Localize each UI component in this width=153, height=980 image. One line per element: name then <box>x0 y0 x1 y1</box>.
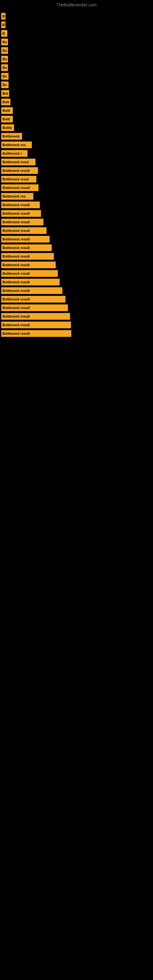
bar-row: Bottleneck result <box>1 279 153 285</box>
bar-item: Bottleneck result <box>1 253 54 260</box>
bar-label: Bo <box>2 83 7 87</box>
bar-item: Bottleneck result <box>1 185 38 191</box>
bar-row: Bottleneck resul <box>1 176 153 183</box>
bar-row: Bottleneck result <box>1 236 153 243</box>
bar-row: Bottleneck result <box>1 321 153 328</box>
bar-label: Bottleneck result <box>2 280 30 284</box>
bar-label: Bo <box>2 57 7 61</box>
bar-row: Bottleneck result <box>1 313 153 320</box>
bar-row: Bottleneck <box>1 133 153 140</box>
bar-item: Bot <box>1 90 9 97</box>
bar-label: Bottleneck result <box>2 323 30 327</box>
bar-label: Bottleneck result <box>2 246 30 250</box>
bar-label: B <box>2 14 5 18</box>
bar-item: Bottleneck <box>1 133 22 140</box>
bar-row: Bottleneck result <box>1 219 153 225</box>
bar-row: Bottl <box>1 107 153 114</box>
bar-item: Bottleneck result <box>1 210 41 217</box>
bar-label: Bottleneck res <box>2 143 26 147</box>
bar-item: Bott <box>1 99 10 105</box>
bar-row: Bottleneck result <box>1 253 153 260</box>
bar-row: Bottleneck result <box>1 185 153 191</box>
bar-label: Bottleneck result <box>2 263 30 267</box>
bar-label: Bottleneck result <box>2 212 30 215</box>
bar-label: Bottleneck result <box>2 220 30 224</box>
bar-row: Bo <box>1 73 153 80</box>
bar-item: Bottle <box>1 124 14 131</box>
bar-item: Bottleneck result <box>1 236 49 243</box>
bar-item: Bottleneck result <box>1 304 68 311</box>
bar-row: Bo <box>1 81 153 88</box>
bar-row: Bottleneck result <box>1 287 153 294</box>
bar-item: Bottleneck result <box>1 296 65 302</box>
bar-label: Bottleneck resul <box>2 177 29 181</box>
bar-item: Bottleneck res <box>1 142 32 148</box>
bar-row: Bot <box>1 90 153 97</box>
bar-item: Bottleneck resul <box>1 159 35 165</box>
bar-label: Bottleneck result <box>2 306 30 310</box>
bar-item: Bottl <box>1 116 13 123</box>
bar-label: Bottleneck result <box>2 315 30 318</box>
bars-container: BBBBoBoBoBoBoBoBotBottBottlBottlBottleBo… <box>0 10 153 337</box>
bar-label: Bottleneck result <box>2 229 30 232</box>
bar-label: Bottleneck result <box>2 186 30 189</box>
bar-label: Bottleneck result <box>2 272 30 275</box>
bar-row: Bottleneck res <box>1 193 153 200</box>
bar-row: Bottleneck result <box>1 330 153 337</box>
bar-row: Bo <box>1 38 153 45</box>
bar-row: Bottleneck result <box>1 261 153 268</box>
bar-item: Bottleneck result <box>1 167 38 174</box>
bar-item: Bo <box>1 47 8 54</box>
bar-item: Bottleneck result <box>1 219 43 225</box>
bar-item: Bottleneck result <box>1 270 58 277</box>
bar-item: B <box>1 30 7 37</box>
bar-item: Bottleneck result <box>1 261 56 268</box>
bar-row: Bottl <box>1 116 153 123</box>
bar-item: B <box>1 21 5 28</box>
bar-item: Bottleneck result <box>1 227 46 234</box>
bar-row: Bottleneck r <box>1 150 153 157</box>
bar-label: Bottleneck result <box>2 289 30 293</box>
bar-item: Bo <box>1 81 9 88</box>
bar-label: Bottleneck r <box>2 151 22 155</box>
bar-label: Bottleneck result <box>2 255 30 258</box>
bar-item: Bottleneck result <box>1 202 40 208</box>
bar-label: Bottleneck <box>2 134 19 138</box>
bar-row: Bottleneck result <box>1 296 153 302</box>
bar-item: Bottleneck result <box>1 287 62 294</box>
bar-item: Bo <box>1 73 9 80</box>
bar-label: B <box>2 32 5 35</box>
bar-row: Bottleneck result <box>1 167 153 174</box>
bar-row: Bottleneck result <box>1 210 153 217</box>
bar-row: Bottleneck result <box>1 304 153 311</box>
bar-row: Bottle <box>1 124 153 131</box>
bar-item: Bottleneck r <box>1 150 27 157</box>
bar-item: Bottleneck result <box>1 244 52 251</box>
bar-row: Bo <box>1 64 153 71</box>
bar-row: B <box>1 21 153 28</box>
bar-row: Bo <box>1 47 153 54</box>
bar-item: B <box>1 13 5 20</box>
bar-label: Bo <box>2 75 7 78</box>
bar-item: Bottleneck result <box>1 321 71 328</box>
bar-label: Bottleneck result <box>2 237 30 241</box>
bar-row: Bottleneck result <box>1 202 153 208</box>
bar-item: Bo <box>1 64 8 71</box>
bar-row: Bottleneck result <box>1 270 153 277</box>
site-title: TheBottlenecker.com <box>0 0 153 10</box>
bar-row: Bottleneck res <box>1 142 153 148</box>
bar-label: Bottleneck res <box>2 194 26 198</box>
bar-row: Bottleneck result <box>1 244 153 251</box>
bar-item: Bottleneck res <box>1 193 33 200</box>
bar-label: Bottleneck result <box>2 203 30 207</box>
bar-label: Bottleneck resul <box>2 160 29 164</box>
bar-item: Bottl <box>1 107 13 114</box>
bar-row: B <box>1 30 153 37</box>
bar-item: Bottleneck result <box>1 313 70 320</box>
bar-row: Bottleneck resul <box>1 159 153 165</box>
bar-label: Bottl <box>2 109 10 112</box>
bar-item: Bo <box>1 56 8 62</box>
bar-label: Bottle <box>2 126 12 130</box>
bar-label: Bo <box>2 66 7 70</box>
bar-row: Bott <box>1 99 153 105</box>
